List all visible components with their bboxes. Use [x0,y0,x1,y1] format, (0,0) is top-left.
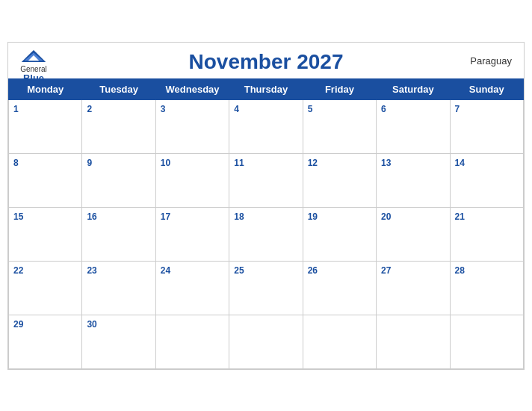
day-cell-5: 5 [303,99,376,153]
day-cell-25: 25 [229,261,303,315]
day-number-23: 23 [87,265,96,276]
week-row-2: 891011121314 [9,153,524,207]
day-cell-1: 1 [9,99,82,153]
day-number-28: 28 [455,265,465,276]
day-cell-20: 20 [377,207,450,261]
weekday-friday: Friday [303,78,376,99]
day-cell-6: 6 [377,99,450,153]
weekday-wednesday: Wednesday [155,78,229,99]
day-number-17: 17 [161,211,170,222]
day-cell-4: 4 [229,99,303,153]
empty-cell [377,315,450,368]
day-number-21: 21 [455,211,465,222]
month-title: November 2027 [188,50,343,74]
day-number-7: 7 [455,104,460,114]
week-row-1: 1234567 [9,99,524,153]
day-number-16: 16 [87,211,96,222]
calendar-header: General Blue November 2027 Paraguay [8,43,524,78]
day-number-22: 22 [13,265,23,276]
week-row-5: 2930 [9,315,524,368]
day-number-12: 12 [308,158,318,168]
day-cell-16: 16 [82,207,155,261]
day-cell-21: 21 [450,207,523,261]
day-cell-9: 9 [82,153,155,207]
day-cell-10: 10 [155,153,229,207]
day-number-20: 20 [381,211,391,222]
empty-cell [155,315,229,368]
day-cell-11: 11 [229,153,303,207]
day-cell-26: 26 [303,261,376,315]
day-cell-7: 7 [450,99,523,153]
day-number-1: 1 [13,104,19,114]
day-number-11: 11 [234,158,244,168]
weekday-sunday: Sunday [450,78,523,99]
week-row-3: 15161718192021 [9,207,524,261]
day-cell-29: 29 [9,315,82,368]
day-cell-13: 13 [377,153,450,207]
weekday-header-row: MondayTuesdayWednesdayThursdayFridaySatu… [9,78,524,99]
day-number-18: 18 [234,211,244,222]
logo-area: General Blue [20,49,47,84]
day-cell-23: 23 [82,261,155,315]
day-number-13: 13 [381,158,391,168]
day-number-8: 8 [13,158,19,168]
weekday-saturday: Saturday [377,78,450,99]
day-cell-24: 24 [155,261,229,315]
country-label: Paraguay [470,55,512,66]
day-cell-18: 18 [229,207,303,261]
day-cell-8: 8 [9,153,82,207]
empty-cell [229,315,303,368]
day-cell-12: 12 [303,153,376,207]
empty-cell [450,315,523,368]
day-number-29: 29 [13,319,23,330]
day-cell-19: 19 [303,207,376,261]
day-cell-2: 2 [82,99,155,153]
weekday-tuesday: Tuesday [82,78,155,99]
day-number-9: 9 [87,158,92,168]
day-number-19: 19 [308,211,318,222]
day-number-5: 5 [308,104,313,114]
day-number-27: 27 [381,265,391,276]
day-number-3: 3 [161,104,166,114]
calendar-table: MondayTuesdayWednesdayThursdayFridaySatu… [8,78,524,369]
day-number-24: 24 [161,265,170,276]
day-cell-14: 14 [450,153,523,207]
logo-blue: Blue [23,73,44,84]
logo-icon [20,49,47,64]
day-number-14: 14 [455,158,465,168]
day-number-26: 26 [308,265,318,276]
day-number-15: 15 [13,211,23,222]
day-number-25: 25 [234,265,244,276]
weekday-thursday: Thursday [229,78,303,99]
day-cell-15: 15 [9,207,82,261]
day-number-2: 2 [87,104,92,114]
day-cell-30: 30 [82,315,155,368]
day-number-6: 6 [381,104,386,114]
day-number-30: 30 [87,319,96,330]
day-cell-28: 28 [450,261,523,315]
empty-cell [303,315,376,368]
day-number-10: 10 [161,158,170,168]
logo-general: General [20,65,47,73]
day-number-4: 4 [234,104,239,114]
week-row-4: 22232425262728 [9,261,524,315]
calendar-container: General Blue November 2027 Paraguay Mond… [7,42,525,370]
day-cell-27: 27 [377,261,450,315]
day-cell-17: 17 [155,207,229,261]
day-cell-3: 3 [155,99,229,153]
day-cell-22: 22 [9,261,82,315]
